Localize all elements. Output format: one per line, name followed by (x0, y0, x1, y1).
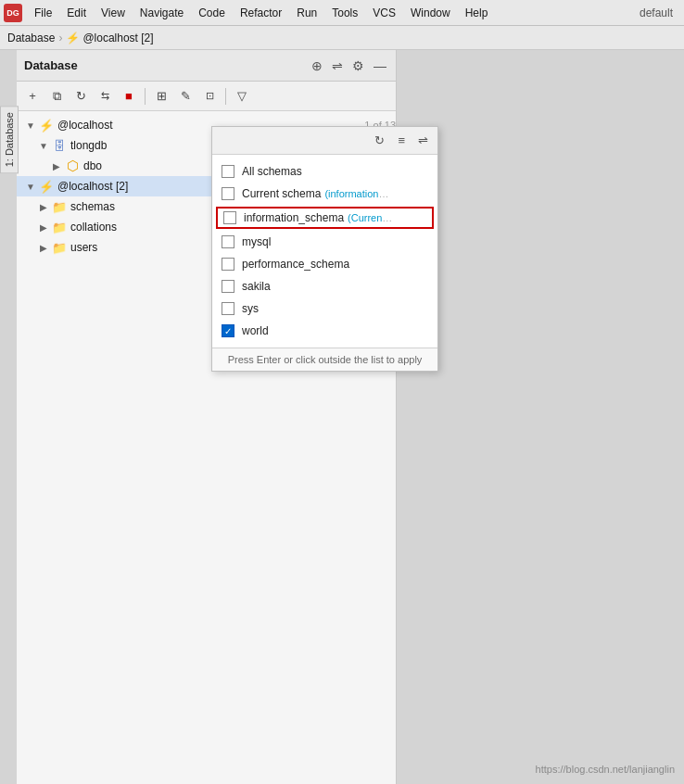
filter-list: All schemas Current schema (information … (212, 155, 437, 348)
checkbox-mysql[interactable] (222, 235, 234, 248)
checkbox-sys[interactable] (222, 302, 234, 315)
table-button[interactable]: ⊞ (151, 86, 171, 107)
filter-dropdown-header: ↻ ≡ ⇌ (212, 127, 437, 155)
filter-label-all-schemas: All schemas (242, 165, 302, 178)
checkbox-all-schemas[interactable] (222, 165, 234, 178)
settings-icon[interactable]: ⚙ (350, 57, 366, 75)
filter-item-all-schemas[interactable]: All schemas (212, 160, 437, 183)
filter-sync-icon[interactable]: ⇌ (414, 132, 432, 149)
tlongdb-icon: 🗄 (52, 138, 67, 153)
add-button[interactable]: + (22, 86, 43, 107)
menu-window[interactable]: Window (404, 5, 457, 21)
dbo-icon: ⬡ (65, 158, 80, 173)
app-logo: DG (4, 4, 22, 22)
expand-users[interactable]: ▶ (37, 241, 50, 254)
localhost-icon: ⚡ (39, 118, 54, 133)
filter-item-mysql[interactable]: mysql (212, 231, 437, 253)
toolbar: + ⧉ ↻ ⇆ ■ ⊞ ✎ ⊡ ▽ (17, 82, 396, 111)
menu-bar: DG File Edit View Navigate Code Refactor… (0, 0, 684, 26)
expand-localhost[interactable]: ▼ (24, 119, 37, 132)
filter-item-performance-schema[interactable]: performance_schema (212, 253, 437, 275)
breadcrumb: Database › ⚡ @localhost [2] (0, 26, 684, 50)
truncation-indicator2: … (382, 212, 392, 223)
filter-label-world: world (242, 324, 269, 337)
filter-item-current-schema[interactable]: Current schema (information … (212, 183, 437, 205)
filter-label-information-schema: information_schema (244, 211, 344, 224)
expand-schemas[interactable]: ▶ (37, 200, 50, 213)
sync-icon[interactable]: ⇌ (330, 57, 345, 75)
expand-tlongdb[interactable]: ▼ (37, 139, 50, 152)
profile-name: default (640, 6, 680, 19)
panel-title: Database (24, 58, 310, 72)
filter-sublabel-information-schema: (Curren (348, 212, 382, 223)
stop-button[interactable]: ■ (119, 86, 139, 107)
filter-button[interactable]: ▽ (232, 86, 252, 107)
filter-label-sys: sys (242, 302, 259, 315)
menu-refactor[interactable]: Refactor (234, 5, 288, 21)
menu-edit[interactable]: Edit (60, 5, 93, 21)
schemas-icon: 📁 (52, 199, 67, 214)
compare-button[interactable]: ⇆ (95, 86, 115, 107)
toolbar-separator2 (225, 88, 226, 105)
menu-vcs[interactable]: VCS (366, 5, 402, 21)
expand-collations[interactable]: ▶ (37, 221, 50, 234)
filter-dropdown: ↻ ≡ ⇌ All schemas Current schema (inform… (211, 126, 438, 372)
expand-localhost2[interactable]: ▼ (24, 180, 37, 193)
checkbox-performance-schema[interactable] (222, 258, 234, 271)
filter-refresh-icon[interactable]: ↻ (371, 132, 388, 149)
filter-label-mysql: mysql (242, 235, 271, 248)
filter-item-sakila[interactable]: sakila (212, 275, 437, 297)
main-area: 1: Database Database ⊕ ⇌ ⚙ — + ⧉ ↻ ⇆ ■ ⊞… (0, 50, 684, 784)
sidebar-tab[interactable]: 1: Database (0, 106, 19, 173)
breadcrumb-sep: › (58, 32, 62, 44)
right-area (397, 50, 684, 784)
filter-sublabel-current-schema: (information (324, 188, 378, 199)
users-icon: 📁 (52, 240, 67, 255)
panel-header-icons: ⊕ ⇌ ⚙ — (310, 57, 388, 75)
menu-view[interactable]: View (95, 5, 132, 21)
watermark: https://blog.csdn.net/lanjianglin (536, 764, 675, 775)
copy-button[interactable]: ⧉ (46, 86, 67, 107)
menu-help[interactable]: Help (459, 5, 495, 21)
checkbox-information-schema[interactable] (223, 211, 236, 224)
checkbox-current-schema[interactable] (222, 187, 234, 200)
toolbar-separator (145, 88, 146, 105)
localhost2-icon: ⚡ (39, 179, 54, 194)
filter-sort-icon[interactable]: ≡ (394, 132, 409, 149)
menu-tools[interactable]: Tools (325, 5, 364, 21)
checkbox-sakila[interactable] (222, 280, 234, 293)
filter-label-performance-schema: performance_schema (242, 258, 349, 271)
filter-label-sakila: sakila (242, 280, 271, 293)
menu-code[interactable]: Code (192, 5, 232, 21)
minimize-icon[interactable]: — (372, 57, 388, 75)
expand-dbo[interactable]: ▶ (50, 159, 63, 172)
breadcrumb-server-icon: ⚡ (66, 32, 80, 44)
filter-label-current-schema: Current schema (242, 187, 321, 200)
filter-footer: Press Enter or click outside the list to… (212, 348, 437, 371)
breadcrumb-database[interactable]: Database (7, 32, 55, 44)
filter-item-sys[interactable]: sys (212, 297, 437, 320)
menu-navigate[interactable]: Navigate (133, 5, 190, 21)
refresh-button[interactable]: ↻ (70, 86, 91, 107)
console-button[interactable]: ⊡ (199, 86, 220, 107)
menu-file[interactable]: File (28, 5, 58, 21)
edit-button[interactable]: ✎ (175, 86, 196, 107)
truncation-indicator: … (378, 188, 388, 199)
filter-item-information-schema[interactable]: information_schema (Curren … (216, 207, 434, 229)
menu-run[interactable]: Run (290, 5, 323, 21)
collations-icon: 📁 (52, 220, 67, 234)
breadcrumb-localhost2[interactable]: @localhost [2] (82, 32, 153, 44)
filter-item-world[interactable]: ✓ world (212, 320, 437, 342)
panel-header: Database ⊕ ⇌ ⚙ — (17, 50, 396, 82)
menu-items: File Edit View Navigate Code Refactor Ru… (28, 5, 494, 21)
add-datasource-icon[interactable]: ⊕ (310, 57, 324, 75)
checkbox-world[interactable]: ✓ (222, 324, 234, 337)
